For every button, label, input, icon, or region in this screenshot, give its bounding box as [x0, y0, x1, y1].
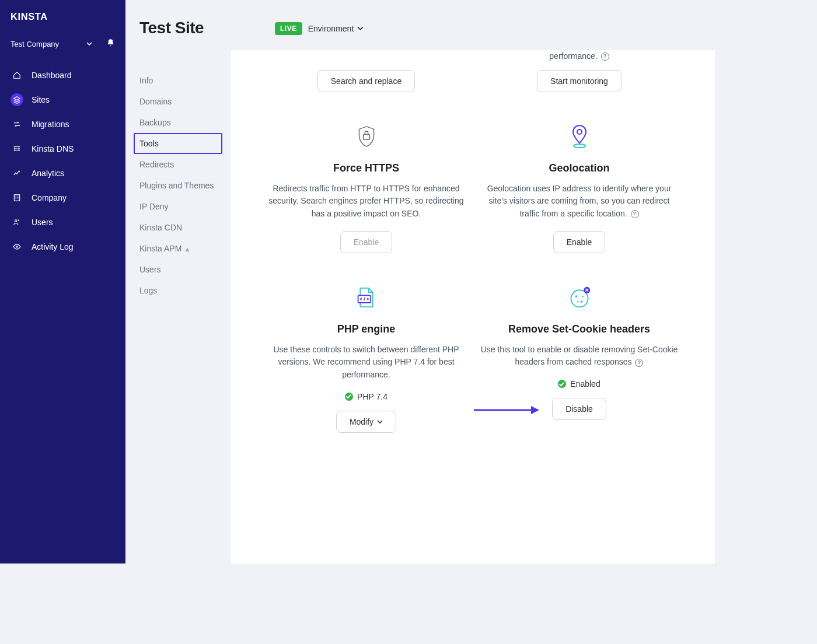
info-icon[interactable]	[635, 359, 643, 367]
check-icon	[345, 393, 353, 401]
svg-point-5	[577, 130, 582, 134]
sidebar-item-dns[interactable]: Kinsta DNS	[0, 136, 125, 161]
nav-label: Migrations	[32, 120, 69, 129]
sidebar-item-activity[interactable]: Activity Log	[0, 235, 125, 259]
nav-label: Activity Log	[32, 242, 74, 251]
status-text: Enabled	[570, 379, 600, 388]
svg-point-6	[574, 144, 585, 148]
disable-button-wrapper: Disable	[552, 398, 606, 420]
nav-label: Sites	[32, 95, 50, 104]
card-description: Use this tool to enable or disable remov…	[480, 344, 678, 369]
subnav-item-domains[interactable]: Domains	[139, 91, 217, 112]
card-description: Geolocation uses IP address to identify …	[480, 183, 678, 220]
analytics-icon	[11, 167, 23, 180]
migrate-icon	[11, 118, 23, 131]
card-title: PHP engine	[337, 323, 396, 335]
nav-label: Company	[32, 193, 67, 202]
annotation-arrow-icon	[473, 404, 543, 416]
php-status: PHP 7.4	[345, 392, 387, 401]
card-description: performance.	[549, 50, 609, 63]
chevron-down-icon	[86, 40, 92, 48]
main-nav: Dashboard Sites Migrations Kinsta DNS An…	[0, 60, 125, 259]
nav-label: Analytics	[32, 169, 64, 178]
svg-point-3	[16, 246, 18, 247]
users-icon	[11, 216, 23, 229]
site-title: Test Site	[139, 19, 217, 37]
subnav-item-redirects[interactable]: Redirects	[139, 154, 217, 175]
shield-lock-icon	[356, 119, 377, 154]
card-description: Redirects traffic from HTTP to HTTPS for…	[267, 183, 465, 220]
svg-point-2	[15, 220, 18, 222]
svg-point-9	[575, 295, 577, 298]
info-icon[interactable]	[601, 52, 609, 61]
nav-label: Users	[32, 218, 53, 227]
apm-badge-icon: ▲	[184, 246, 190, 253]
building-icon	[11, 191, 23, 204]
svg-point-12	[582, 296, 584, 298]
company-switcher[interactable]: Test Company	[0, 35, 125, 60]
subnav-item-tools[interactable]: Tools	[134, 133, 222, 154]
search-replace-button[interactable]: Search and replace	[317, 70, 415, 92]
subnav-item-logs[interactable]: Logs	[139, 280, 217, 301]
live-badge: LIVE	[275, 22, 302, 35]
svg-point-10	[580, 300, 582, 303]
subnav-item-backups[interactable]: Backups	[139, 112, 217, 133]
nav-label: Kinsta DNS	[32, 144, 74, 153]
chevron-down-icon[interactable]	[357, 24, 364, 33]
sidebar-item-migrations[interactable]: Migrations	[0, 112, 125, 136]
check-icon	[558, 380, 566, 388]
home-icon	[11, 69, 23, 82]
code-file-icon	[356, 280, 377, 315]
main-area: LIVE Environment Search and replace perf…	[231, 0, 715, 564]
svg-rect-4	[363, 134, 369, 139]
chevron-down-icon	[377, 417, 383, 426]
card-title: Force HTTPS	[333, 162, 399, 174]
site-subnav: Test Site Info Domains Backups Tools Red…	[125, 0, 231, 564]
php-modify-button[interactable]: Modify	[336, 411, 396, 433]
subnav-item-apm[interactable]: Kinsta APM▲	[139, 238, 217, 259]
kinsta-logo: KINSTA	[0, 8, 125, 35]
card-monitoring-partial: performance. Start monitoring	[476, 50, 683, 92]
card-description: Use these controls to switch between dif…	[267, 344, 465, 382]
company-name: Test Company	[11, 40, 86, 48]
subnav-item-cdn[interactable]: Kinsta CDN	[139, 217, 217, 238]
card-search-replace-partial: Search and replace	[263, 50, 470, 92]
card-remove-cookie: Remove Set-Cookie headers Use this tool …	[476, 280, 683, 433]
subnav-item-info[interactable]: Info	[139, 70, 217, 91]
layers-icon	[11, 93, 23, 106]
sidebar-item-users[interactable]: Users	[0, 210, 125, 235]
location-pin-icon	[570, 119, 589, 154]
sidebar-item-company[interactable]: Company	[0, 186, 125, 210]
svg-text:KINSTA: KINSTA	[11, 11, 48, 22]
card-title: Geolocation	[549, 162, 609, 174]
cookie-status: Enabled	[558, 379, 600, 388]
card-geolocation: Geolocation Geolocation uses IP address …	[476, 119, 683, 253]
sidebar-item-sites[interactable]: Sites	[0, 88, 125, 112]
svg-point-11	[577, 301, 579, 303]
topbar: LIVE Environment	[231, 0, 715, 50]
sidebar-item-analytics[interactable]: Analytics	[0, 161, 125, 186]
tools-content: Search and replace performance. Start mo…	[231, 50, 715, 564]
card-description	[365, 50, 368, 63]
environment-label: Environment	[308, 24, 354, 33]
subnav-item-plugins[interactable]: Plugins and Themes	[139, 175, 217, 196]
start-monitoring-button[interactable]: Start monitoring	[537, 70, 622, 92]
geolocation-enable-button[interactable]: Enable	[553, 231, 606, 253]
status-text: PHP 7.4	[357, 392, 387, 401]
bell-icon[interactable]	[106, 38, 115, 49]
subnav-item-ipdeny[interactable]: IP Deny	[139, 196, 217, 217]
cookie-disable-button[interactable]: Disable	[552, 398, 606, 420]
nav-label: Dashboard	[32, 71, 72, 80]
eye-icon	[11, 240, 23, 253]
cookie-icon	[568, 280, 591, 315]
info-icon[interactable]	[631, 210, 639, 218]
card-force-https: Force HTTPS Redirects traffic from HTTP …	[263, 119, 470, 253]
card-php-engine: PHP engine Use these controls to switch …	[263, 280, 470, 433]
sidebar-item-dashboard[interactable]: Dashboard	[0, 63, 125, 88]
svg-rect-1	[14, 195, 19, 201]
dns-icon	[11, 142, 23, 155]
subnav-item-users[interactable]: Users	[139, 259, 217, 280]
main-sidebar: KINSTA Test Company Dashboard Sites Migr…	[0, 0, 125, 564]
card-title: Remove Set-Cookie headers	[508, 323, 650, 335]
force-https-enable-button[interactable]: Enable	[340, 231, 393, 253]
